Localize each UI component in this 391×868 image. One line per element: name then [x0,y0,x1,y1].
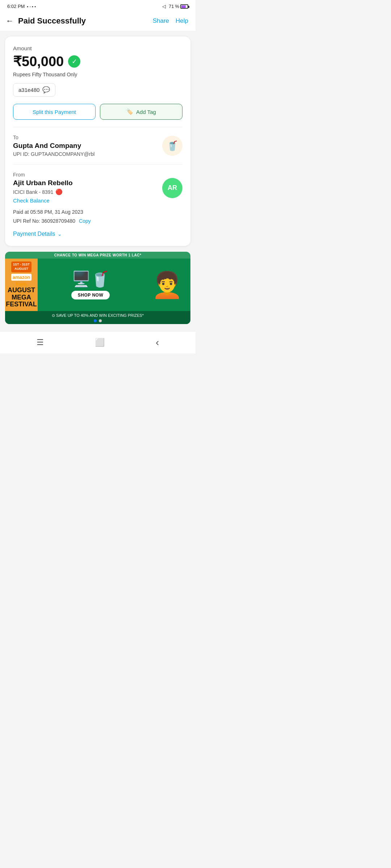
signal-icons: ▪ ◦ ▪ • [27,4,36,9]
copy-button[interactable]: Copy [79,217,91,226]
ad-product-image: 🖥️🥤 [72,270,109,288]
help-button[interactable]: Help [176,17,188,25]
ad-banner[interactable]: CHANCE TO WIN MEGA PRIZE WORTH 1 LAC* 1S… [5,252,190,324]
amount-value: ₹50,000 [13,54,64,69]
sender-initials: AR [168,184,177,192]
tag-icon: 🏷️ [126,109,133,115]
ad-festival-title: AUGUSTMEGAFESTIVAL [6,287,37,308]
chat-icon: 💬 [42,86,50,94]
menu-icon[interactable]: ☰ [37,338,44,347]
paid-at: Paid at 05:58 PM, 31 Aug 2023 [13,208,182,217]
header-actions: Share Help [153,17,188,25]
paid-info: Paid at 05:58 PM, 31 Aug 2023 UPI Ref No… [13,208,182,226]
ad-bottom-text: ⊙ SAVE UP TO 40% AND WIN EXCITING PRIZES… [7,313,188,318]
bank-row: ICICI Bank - 8391 🔴 [13,188,73,195]
time-display: 6:02 PM [7,4,25,9]
sender-section: From Ajit Urban Rebello ICICI Bank - 839… [13,172,182,204]
ad-main-content: 1ST - 31STAUGUST amazon fresh AUGUSTMEGA… [5,259,190,311]
amount-words: Rupees Fifty Thousand Only [13,72,182,77]
ad-center: 🖥️🥤 SHOP NOW [38,259,143,311]
ad-person-image: 🧑‍🦱 [151,272,183,298]
recipient-section: To Gupta And Company UPI ID: GUPTAANDCOM… [13,135,182,157]
back-nav-icon[interactable]: ‹ [156,337,159,348]
ad-dot-2 [99,319,102,322]
ad-brand-logo: amazon [11,274,31,281]
battery-display: 71% [169,4,188,9]
verified-badge: ✓ [68,55,80,68]
ad-left: 1ST - 31STAUGUST amazon fresh AUGUSTMEGA… [5,259,38,311]
ad-dot-1 [94,319,97,322]
from-label: From [13,172,73,178]
status-right: ◁ 71% [162,4,188,9]
status-bar: 6:02 PM ▪ ◦ ▪ • ◁ 71% [0,0,196,11]
ad-shop-now-button[interactable]: SHOP NOW [71,291,110,299]
divider-2 [13,164,182,165]
check-balance-button[interactable]: Check Balance [13,197,50,204]
add-tag-button[interactable]: 🏷️ Add Tag [100,104,182,120]
ad-right: 🧑‍🦱 [143,259,190,311]
recipient-upi: UPI ID: GUPTAANDCOMPANY@rbl [13,151,94,157]
sender-info: From Ajit Urban Rebello ICICI Bank - 839… [13,172,73,204]
bottom-navigation: ☰ ⬜ ‹ [0,331,196,353]
to-label: To [13,135,94,140]
divider-1 [13,127,182,127]
share-button[interactable]: Share [153,17,169,25]
ad-dots [7,319,188,322]
sender-bank: ICICI Bank - 8391 [13,189,53,195]
page-title: Paid Successfully [18,16,86,26]
upi-ref: UPI Ref No: 360928709480 [13,217,75,226]
recipient-info: To Gupta And Company UPI ID: GUPTAANDCOM… [13,135,94,157]
ref-chip[interactable]: a31e480 💬 [13,83,55,97]
home-icon[interactable]: ⬜ [95,338,105,347]
back-button[interactable]: ← [6,16,14,26]
recipient-name: Gupta And Company [13,142,94,150]
ad-bottom: ⊙ SAVE UP TO 40% AND WIN EXCITING PRIZES… [5,311,190,324]
chevron-down-icon: ⌄ [58,231,62,237]
sender-avatar: AR [162,178,182,198]
recipient-avatar: 🥤 [162,136,182,156]
add-tag-label: Add Tag [136,109,156,115]
ad-brand-name: fresh [16,282,26,287]
page-header: ← Paid Successfully Share Help [0,11,196,31]
battery-icon [180,4,188,9]
payment-card: Amount ₹50,000 ✓ Rupees Fifty Thousand O… [5,37,190,246]
split-payment-button[interactable]: Split this Payment [13,104,96,120]
upi-ref-row: UPI Ref No: 360928709480 Copy [13,217,182,226]
icici-icon: 🔴 [55,188,63,195]
action-buttons: Split this Payment 🏷️ Add Tag [13,104,182,120]
status-left: 6:02 PM ▪ ◦ ▪ • [7,4,36,9]
amount-label: Amount [13,45,182,51]
ad-date-badge: 1ST - 31STAUGUST [11,261,31,272]
payment-details-label: Payment Details [13,231,55,237]
payment-details-row[interactable]: Payment Details ⌄ [13,231,182,237]
amount-row: ₹50,000 ✓ [13,54,182,69]
location-icon: ◁ [162,4,166,9]
sender-name: Ajit Urban Rebello [13,179,73,187]
ref-id: a31e480 [18,87,39,93]
ad-top-badge: CHANCE TO WIN MEGA PRIZE WORTH 1 LAC* [5,252,190,259]
